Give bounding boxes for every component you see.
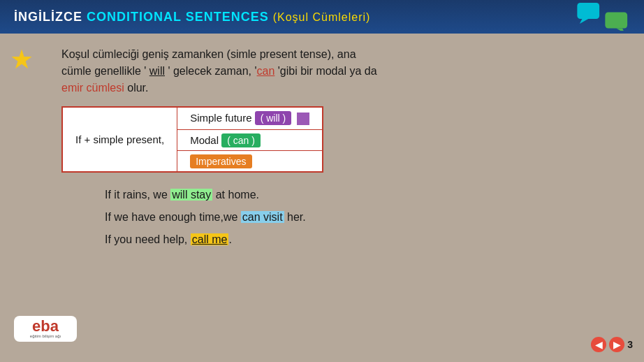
eba-logo-inner: eba eğitim bilişim ağı xyxy=(14,316,77,342)
desc-emir: emir cümlesi xyxy=(61,82,124,94)
prev-button[interactable]: ◀ xyxy=(591,337,606,352)
conditional-table: If + simple present, Simple future ( wil… xyxy=(61,106,323,173)
star-icon: ★ xyxy=(10,46,34,73)
example-2: If we have enough time,we can visit her. xyxy=(105,206,623,229)
ex2-after: her. xyxy=(284,211,306,223)
header-subtitle: (Koşul Cümleleri) xyxy=(273,11,371,23)
desc-line2-mid: ' gelecek zaman, ' xyxy=(165,65,257,77)
header-conditional: CONDITIONAL SENTENCES xyxy=(87,10,269,24)
examples-section: If it rains, we will stay at home. If we… xyxy=(105,184,623,251)
main-content: ★ Koşul cümleciği geniş zamanken (simle … xyxy=(0,34,644,258)
desc-line1: Koşul cümleciği geniş zamanken (simle pr… xyxy=(61,48,356,60)
description-text: Koşul cümleciği geniş zamanken (simle pr… xyxy=(61,46,623,96)
ex2-before: If we have enough time,we xyxy=(105,211,241,223)
ex1-highlight: will stay xyxy=(170,189,212,201)
ex3-highlight: call me xyxy=(191,233,229,245)
desc-can: can xyxy=(257,65,275,77)
ex3-before: If you need help, xyxy=(105,233,191,245)
svg-rect-0 xyxy=(577,3,599,19)
next-button[interactable]: ▶ xyxy=(609,337,624,352)
desc-line2-after: 'gibi bir modal ya da xyxy=(275,65,376,77)
ex3-after: . xyxy=(228,233,231,245)
ex1-before: If it rains, we xyxy=(105,189,170,201)
example-1: If it rains, we will stay at home. xyxy=(105,184,623,206)
desc-will: will xyxy=(149,65,165,77)
table-cell-modal: Modal ( can ) xyxy=(177,130,323,151)
chat-bubbles-decoration xyxy=(577,3,630,31)
header: İNGİLİZCE CONDITIONAL SENTENCES (Koşul C… xyxy=(0,0,644,34)
page-navigation: ◀ ▶ 3 xyxy=(591,337,633,352)
modal-label: Modal xyxy=(190,134,219,146)
chat-bubble-icon-2 xyxy=(605,10,630,31)
svg-marker-1 xyxy=(580,19,588,24)
ex2-highlight: can visit xyxy=(241,211,284,223)
table-cell-imperatives: Imperatives xyxy=(177,151,323,173)
eba-logo: eba eğitim bilişim ağı xyxy=(14,316,77,352)
will-badge: ( will ) xyxy=(255,111,292,125)
chat-bubble-icon-1 xyxy=(577,3,602,24)
ex1-after: at home. xyxy=(212,189,259,201)
page-number: 3 xyxy=(627,339,633,350)
header-title: İNGİLİZCE CONDITIONAL SENTENCES (Koşul C… xyxy=(14,10,370,24)
header-prefix: İNGİLİZCE xyxy=(14,10,82,24)
conditional-table-wrapper: If + simple present, Simple future ( wil… xyxy=(61,106,623,173)
example-3: If you need help, call me. xyxy=(105,229,623,251)
desc-line3-end: olur. xyxy=(124,82,149,94)
eba-text: eba xyxy=(32,319,59,334)
can-badge: ( can ) xyxy=(221,133,261,147)
imperatives-badge: Imperatives xyxy=(190,154,251,168)
svg-rect-2 xyxy=(605,13,627,29)
eba-subtext: eğitim bilişim ağı xyxy=(30,334,61,339)
table-row-simple-future: If + simple present, Simple future ( wil… xyxy=(62,107,323,130)
table-cell-simple-future: Simple future ( will ) xyxy=(177,107,323,130)
table-cell-if-present: If + simple present, xyxy=(62,107,177,172)
desc-line2-before: cümle genellikle ' xyxy=(61,65,149,77)
simple-future-label: Simple future xyxy=(190,112,251,124)
svg-marker-3 xyxy=(616,28,624,31)
